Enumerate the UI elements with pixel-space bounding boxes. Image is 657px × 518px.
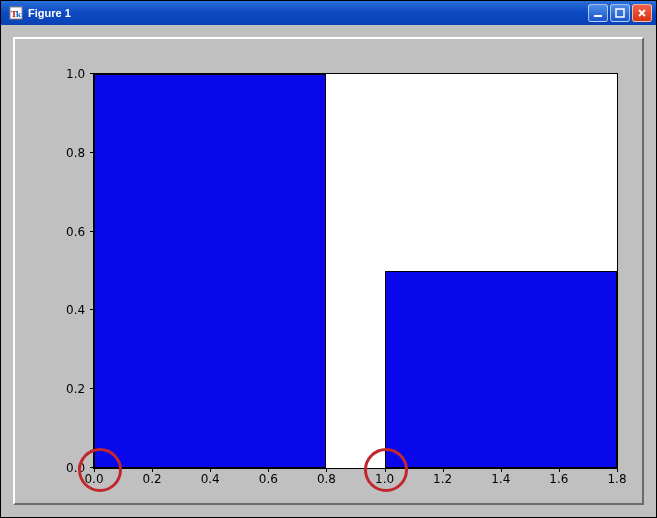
plot-axes: 0.00.20.40.60.81.01.21.41.61.80.00.20.40… [93,73,618,469]
svg-rect-4 [616,9,624,17]
figure-window: T k Figure 1 0.00.20.40.60.81.01.21.41.6… [0,0,657,518]
y-tick-label: 0.2 [66,382,85,396]
x-tick-label: 1.8 [607,472,626,486]
y-tick-label: 0.8 [66,146,85,160]
y-tickmark [90,152,94,153]
x-tick-label: 0.8 [317,472,336,486]
y-tickmark [90,388,94,389]
close-button[interactable] [632,4,652,22]
y-tick-label: 0.0 [66,461,85,475]
y-tickmark [90,73,94,74]
y-tickmark [90,231,94,232]
tk-icon: T k [9,6,23,20]
svg-text:k: k [16,9,21,19]
x-tick-label: 0.6 [259,472,278,486]
svg-rect-3 [594,15,602,17]
y-tick-label: 0.6 [66,225,85,239]
x-tick-label: 1.0 [375,472,394,486]
maximize-button[interactable] [610,4,630,22]
figure-client-area: 0.00.20.40.60.81.01.21.41.61.80.00.20.40… [1,25,656,517]
minimize-button[interactable] [588,4,608,22]
bar-1 [385,271,617,468]
figure-frame: 0.00.20.40.60.81.01.21.41.61.80.00.20.40… [13,37,644,505]
window-titlebar[interactable]: T k Figure 1 [1,1,656,25]
y-tickmark [90,309,94,310]
x-tick-label: 0.2 [143,472,162,486]
window-controls [588,4,652,22]
x-tick-label: 1.6 [549,472,568,486]
window-title: Figure 1 [28,7,588,19]
y-tick-label: 1.0 [66,67,85,81]
x-tick-label: 0.0 [84,472,103,486]
y-tick-label: 0.4 [66,303,85,317]
x-tick-label: 0.4 [201,472,220,486]
y-tickmark [90,467,94,468]
bar-0 [94,74,326,468]
x-tick-label: 1.2 [433,472,452,486]
x-tick-label: 1.4 [491,472,510,486]
